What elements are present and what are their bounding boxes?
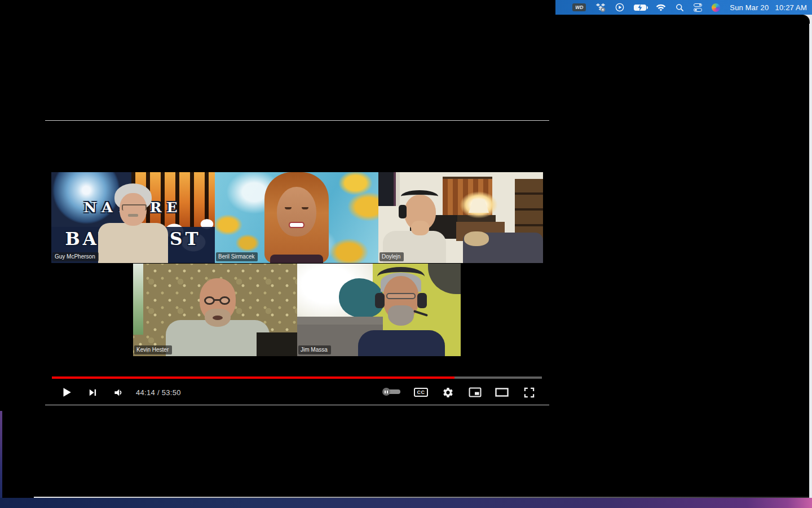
autoplay-knob bbox=[382, 388, 390, 396]
play-circle-icon[interactable] bbox=[615, 3, 624, 12]
participant-top bbox=[270, 255, 323, 263]
room-window bbox=[378, 172, 400, 206]
participant-name-tag: Beril Sirmacek bbox=[216, 252, 258, 261]
headset-mic-boom bbox=[413, 310, 428, 317]
participant-torso bbox=[358, 330, 445, 356]
captions-label: CC bbox=[417, 389, 425, 395]
control-center-icon[interactable] bbox=[694, 3, 702, 12]
gear-icon bbox=[442, 387, 454, 398]
wifi-icon[interactable] bbox=[656, 3, 666, 12]
time-display: 44:14 / 53:50 bbox=[136, 388, 181, 397]
window-foliage bbox=[133, 264, 143, 335]
progress-bar[interactable] bbox=[52, 376, 542, 379]
settings-button[interactable] bbox=[441, 386, 454, 398]
pause-bar bbox=[385, 391, 386, 393]
participant-video-doylejn: Doylejn bbox=[378, 172, 543, 263]
color-app-icon[interactable] bbox=[712, 3, 720, 12]
lamp-shade bbox=[428, 264, 461, 294]
battery-charging-icon[interactable] bbox=[634, 5, 646, 11]
participant-video-kevin-hester: Kevin Hester bbox=[133, 264, 297, 356]
participant-name-tag: Jim Massa bbox=[298, 345, 331, 354]
participant-video-guy-mcpherson: NATURE BATS LAST Guy McPherson bbox=[51, 172, 215, 263]
progress-fill bbox=[52, 376, 454, 379]
spotlight-search-icon[interactable] bbox=[676, 3, 684, 12]
theater-icon bbox=[495, 388, 509, 397]
participant-glasses bbox=[386, 293, 416, 299]
participant-face bbox=[277, 187, 316, 237]
headphone-earcup bbox=[375, 293, 385, 308]
charging-bolt-icon bbox=[637, 4, 643, 11]
participant-glasses bbox=[219, 296, 230, 305]
fullscreen-button[interactable] bbox=[522, 386, 536, 398]
menu-bar-clock[interactable]: 10:27 AM bbox=[775, 3, 807, 12]
participant-smile bbox=[289, 222, 304, 228]
dropbox-icon[interactable] bbox=[595, 2, 606, 12]
participant-beard bbox=[388, 305, 414, 326]
participant-headphones bbox=[401, 190, 438, 203]
toggle-pill bbox=[694, 8, 702, 12]
play-icon bbox=[60, 386, 73, 398]
dark-corner bbox=[257, 332, 297, 356]
headphone-earcup bbox=[417, 293, 427, 308]
speaker-icon bbox=[113, 387, 124, 398]
menu-bar: WD bbox=[555, 0, 812, 15]
next-button[interactable] bbox=[86, 387, 99, 398]
participant-hand bbox=[411, 221, 429, 235]
participant-mustache bbox=[128, 214, 138, 217]
wd-drive-icon[interactable]: WD bbox=[572, 3, 586, 11]
participant-glasses bbox=[122, 204, 147, 211]
headphone-earcup bbox=[399, 205, 407, 218]
couch-pillow bbox=[464, 231, 489, 246]
autoplay-toggle[interactable] bbox=[382, 388, 401, 396]
participant-torso bbox=[98, 223, 168, 263]
volume-button[interactable] bbox=[112, 387, 125, 398]
fullscreen-icon bbox=[523, 387, 535, 398]
captions-button[interactable]: CC bbox=[414, 388, 428, 397]
glasses-bridge bbox=[214, 299, 220, 301]
desktop-wallpaper-strip bbox=[0, 498, 812, 508]
miniplayer-button[interactable] bbox=[467, 387, 482, 398]
player-bottom-border bbox=[45, 405, 549, 405]
participant-name-tag: Kevin Hester bbox=[134, 345, 172, 354]
participant-glasses bbox=[204, 296, 215, 305]
menu-bar-date[interactable]: Sun Mar 20 bbox=[730, 3, 769, 12]
participant-video-beril-sirmacek: Beril Sirmacek bbox=[215, 172, 378, 263]
miniplayer-icon bbox=[469, 387, 482, 397]
desktop-wallpaper-left-edge bbox=[0, 411, 2, 498]
desktop: NATURE BATS LAST Guy McPherson Beril Sir… bbox=[0, 0, 812, 508]
theater-mode-button[interactable] bbox=[495, 387, 509, 397]
toggle-pill bbox=[694, 3, 702, 7]
participant-video-jim-massa: Jim Massa bbox=[297, 264, 461, 356]
skip-next-icon bbox=[88, 388, 98, 397]
participant-name-tag: Guy McPherson bbox=[52, 252, 99, 261]
play-button[interactable] bbox=[59, 384, 74, 400]
background-window-edge bbox=[809, 15, 812, 498]
pause-bar bbox=[387, 391, 388, 393]
participant-name-tag: Doylejn bbox=[379, 252, 404, 261]
participant-mouth bbox=[213, 316, 223, 320]
